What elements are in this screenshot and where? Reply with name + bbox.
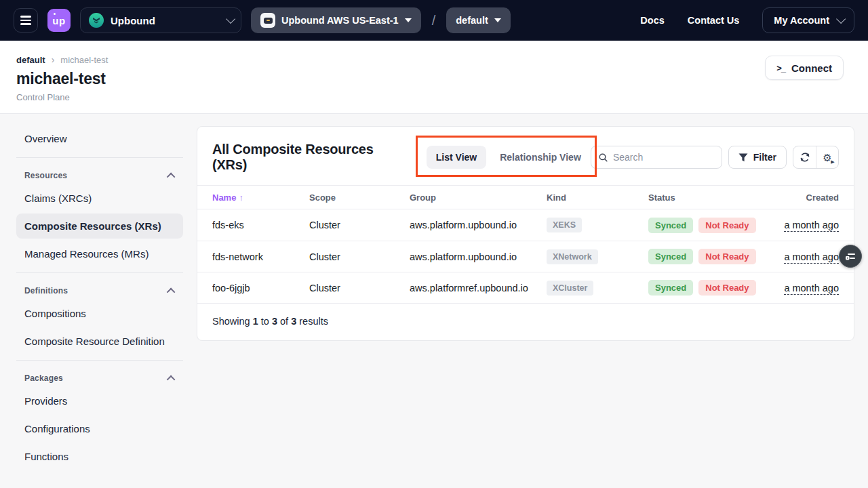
control-plane-icon — [260, 13, 275, 28]
feedback-widget-icon — [845, 251, 856, 261]
column-header-group[interactable]: Group — [410, 192, 547, 203]
hamburger-icon — [20, 16, 31, 18]
filter-icon — [738, 153, 748, 162]
breadcrumb-chevron-icon: › — [52, 54, 55, 65]
sidebar-item-composite-resource-definition[interactable]: Composite Resource Definition — [16, 329, 183, 354]
sidebar-item-compositions[interactable]: Compositions — [16, 301, 183, 326]
breadcrumb: default › michael-test — [16, 54, 844, 65]
cell-name: fds-network — [212, 251, 309, 262]
composite-resources-card: All Composite Resources (XRs) List View … — [197, 126, 854, 341]
play-icon: ▶ — [831, 159, 834, 164]
kind-badge: XEKS — [547, 218, 582, 232]
divider — [16, 272, 183, 273]
sidebar-item-claims[interactable]: Claims (XRCs) — [16, 186, 183, 211]
sidebar: Overview Resources Claims (XRCs) Composi… — [0, 114, 197, 488]
contact-us-link[interactable]: Contact Us — [688, 15, 740, 26]
filter-button[interactable]: Filter — [728, 146, 787, 169]
cell-scope: Cluster — [309, 220, 410, 230]
caret-down-icon — [494, 18, 501, 22]
column-header-kind[interactable]: Kind — [547, 192, 648, 203]
cell-name: fds-eks — [212, 220, 309, 230]
my-account-button[interactable]: My Account — [762, 7, 854, 33]
sidebar-item-managed-resources[interactable]: Managed Resources (MRs) — [16, 241, 183, 266]
sidebar-section-definitions[interactable]: Definitions — [16, 280, 183, 301]
table-header-row: Name ↑ Scope Group Kind Status Created — [197, 185, 854, 209]
sidebar-item-providers[interactable]: Providers — [16, 388, 183, 413]
relationship-view-tab[interactable]: Relationship View — [490, 146, 591, 169]
cell-group: aws.platformref.upbound.io — [410, 283, 547, 293]
table-row[interactable]: fds-eks Cluster aws.platform.upbound.io … — [197, 209, 854, 241]
group-name: default — [456, 15, 488, 26]
terminal-icon: >_ — [776, 63, 785, 73]
kind-badge: XCluster — [547, 281, 593, 296]
column-header-created[interactable]: Created — [757, 192, 839, 203]
synced-badge: Synced — [648, 218, 693, 233]
synced-badge: Synced — [648, 249, 693, 264]
chevron-down-icon — [836, 14, 846, 24]
sidebar-section-packages[interactable]: Packages — [16, 367, 183, 388]
sidebar-item-composite-resources[interactable]: Composite Resources (XRs) — [16, 214, 183, 239]
upbound-logo: up — [47, 9, 71, 32]
organization-name: Upbound — [111, 15, 219, 26]
card-title: All Composite Resources (XRs) — [212, 142, 398, 173]
sidebar-item-overview[interactable]: Overview — [16, 126, 183, 151]
docs-link[interactable]: Docs — [640, 15, 664, 26]
refresh-icon — [800, 152, 810, 163]
group-switcher[interactable]: default — [446, 7, 511, 33]
page-title: michael-test — [16, 70, 844, 88]
not-ready-badge: Not Ready — [698, 249, 755, 264]
view-toggle: List View Relationship View — [427, 146, 591, 169]
cell-group: aws.platform.upbound.io — [410, 220, 547, 230]
column-header-name[interactable]: Name ↑ — [212, 192, 309, 203]
gear-icon: ⚙▶ — [823, 152, 831, 163]
sidebar-item-functions[interactable]: Functions — [16, 444, 183, 469]
divider — [16, 360, 183, 361]
not-ready-badge: Not Ready — [698, 218, 755, 233]
not-ready-badge: Not Ready — [698, 280, 755, 296]
chevron-up-icon — [167, 375, 176, 384]
refresh-button[interactable] — [793, 146, 816, 168]
path-separator: / — [432, 13, 436, 28]
cell-name: foo-6jgjb — [212, 283, 309, 293]
created-timestamp[interactable]: a month ago — [784, 251, 839, 264]
column-header-scope[interactable]: Scope — [309, 192, 410, 203]
page-subtitle: Control Plane — [16, 92, 844, 102]
cell-scope: Cluster — [309, 251, 410, 262]
organization-avatar-icon — [89, 13, 104, 28]
breadcrumb-group-link[interactable]: default — [16, 55, 45, 65]
top-navigation-bar: up Upbound Upbound AWS US-East-1 / defau… — [0, 0, 868, 41]
table-row[interactable]: foo-6jgjb Cluster aws.platformref.upboun… — [197, 272, 854, 303]
page-header: default › michael-test michael-test Cont… — [0, 41, 868, 114]
chevron-down-icon — [226, 14, 235, 24]
chevron-up-icon — [167, 172, 176, 181]
created-timestamp[interactable]: a month ago — [784, 283, 839, 295]
search-box — [591, 146, 722, 169]
cell-group: aws.platform.upbound.io — [410, 251, 547, 262]
breadcrumb-current: michael-test — [60, 55, 108, 65]
cell-scope: Cluster — [309, 283, 410, 293]
search-icon — [599, 152, 608, 163]
chevron-up-icon — [167, 287, 176, 296]
sidebar-item-configurations[interactable]: Configurations — [16, 416, 183, 441]
created-timestamp[interactable]: a month ago — [784, 220, 839, 232]
caret-down-icon — [405, 18, 412, 22]
control-plane-switcher[interactable]: Upbound AWS US-East-1 — [251, 7, 421, 33]
column-header-status[interactable]: Status — [648, 192, 757, 203]
logo-dot — [54, 13, 56, 15]
menu-button[interactable] — [14, 8, 38, 33]
organization-switcher[interactable]: Upbound — [80, 7, 241, 33]
table-actions: ⚙▶ — [793, 146, 839, 169]
sidebar-section-resources[interactable]: Resources — [16, 165, 183, 186]
results-summary: Showing 1 to 3 of 3 results — [197, 303, 854, 340]
control-plane-name: Upbound AWS US-East-1 — [281, 15, 399, 26]
auto-refresh-settings-button[interactable]: ⚙▶ — [816, 146, 838, 168]
feedback-widget-button[interactable] — [839, 245, 862, 268]
divider — [16, 157, 183, 158]
kind-badge: XNetwork — [547, 249, 598, 264]
connect-button[interactable]: >_ Connect — [765, 56, 844, 80]
table-row[interactable]: fds-network Cluster aws.platform.upbound… — [197, 241, 854, 272]
list-view-tab[interactable]: List View — [427, 146, 486, 169]
search-input[interactable] — [613, 152, 714, 163]
synced-badge: Synced — [648, 280, 693, 296]
sort-ascending-icon: ↑ — [239, 192, 243, 203]
